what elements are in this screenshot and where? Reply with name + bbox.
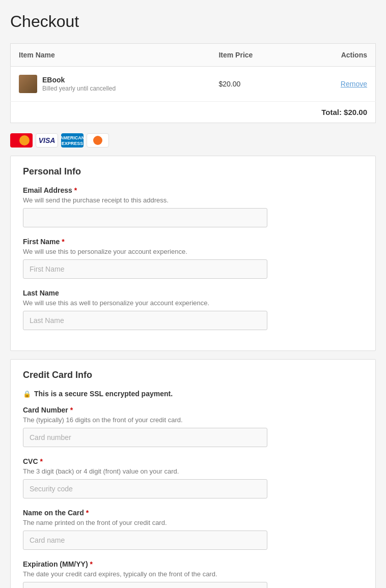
card-name-input[interactable] [23,531,267,550]
card-number-input[interactable] [23,428,267,447]
card-name-desc: The name printed on the front of your cr… [23,519,363,526]
expiration-desc: The date your credit card expires, typic… [23,570,363,578]
first-name-label: First Name * [23,238,363,246]
cvc-input[interactable] [23,479,267,498]
credit-card-section: Credit Card Info 🔒 This is a secure SSL … [10,359,376,588]
cvc-desc: The 3 digit (back) or 4 digit (front) va… [23,467,363,475]
card-number-group: Card Number * The (typically) 16 digits … [23,406,363,447]
cvc-group: CVC * The 3 digit (back) or 4 digit (fro… [23,457,363,498]
card-name-label: Name on the Card * [23,509,363,517]
credit-card-title: Credit Card Info [23,370,363,380]
last-name-label: Last Name [23,289,363,297]
cvc-required-star: * [40,457,43,465]
email-desc: We will send the purchase receipt to thi… [23,196,363,204]
expiration-input[interactable] [23,582,267,588]
card-number-desc: The (typically) 16 digits on the front o… [23,416,363,424]
visa-icon: VISA [36,133,58,148]
first-name-desc: We will use this to personalize your acc… [23,248,363,255]
email-input[interactable] [23,208,267,227]
total-label: Total: $20.00 [321,108,367,116]
mastercard-icon [10,133,33,148]
item-thumbnail [19,75,37,93]
expiration-group: Expiration (MM/YY) * The date your credi… [23,560,363,588]
item-name: EBook [42,76,116,84]
last-name-desc: We will use this as well to personalize … [23,299,363,307]
discover-icon [87,133,109,148]
last-name-input[interactable] [23,311,267,330]
personal-info-section: Personal Info Email Address * We will se… [10,156,376,351]
personal-info-title: Personal Info [23,166,363,177]
card-number-required-star: * [70,406,73,414]
first-name-input[interactable] [23,259,267,279]
remove-button[interactable]: Remove [341,80,367,88]
ssl-notice: 🔒 This is a secure SSL encrypted payment… [23,390,363,398]
col-header-item-price: Item Price [210,44,299,67]
table-row: EBook Billed yearly until cancelled $20.… [11,67,376,102]
lock-icon: 🔒 [23,390,31,398]
col-header-actions: Actions [299,44,375,67]
col-header-item-name: Item Name [11,44,211,67]
email-group: Email Address * We will send the purchas… [23,186,363,227]
order-table: Item Name Item Price Actions EBook Bille… [10,43,376,123]
item-billing: Billed yearly until cancelled [42,85,116,92]
email-required-star: * [74,186,77,194]
payment-card-icons: VISA AMERICAN EXPRESS [10,133,376,148]
last-name-group: Last Name We will use this as well to pe… [23,289,363,330]
first-name-required-star: * [62,238,64,246]
card-name-required-star: * [86,509,89,517]
cvc-label: CVC * [23,457,363,465]
total-row: Total: $20.00 [11,102,376,123]
card-number-label: Card Number * [23,406,363,414]
card-name-group: Name on the Card * The name printed on t… [23,509,363,550]
expiration-required-star: * [90,560,93,568]
email-label: Email Address * [23,186,363,194]
first-name-group: First Name * We will use this to persona… [23,238,363,279]
page-title: Checkout [10,12,376,31]
item-price: $20.00 [218,80,240,88]
amex-icon: AMERICAN EXPRESS [61,133,84,148]
expiration-label: Expiration (MM/YY) * [23,560,363,568]
